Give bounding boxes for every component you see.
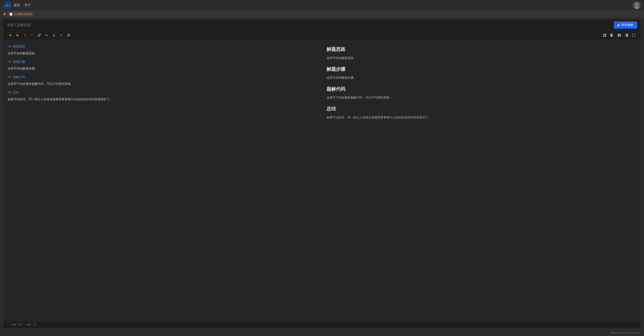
line-count: 行数：16 bbox=[26, 323, 36, 326]
editor-heading-2: ## 解题步骤 bbox=[8, 60, 316, 65]
toolbar: H B I “” 🔗 <> {} ≡ ≣ bbox=[4, 30, 640, 40]
toolbar-left: H B I “” 🔗 <> {} ≡ ≣ bbox=[7, 32, 601, 38]
publish-label: 发布题解 bbox=[621, 23, 633, 27]
preview-heading-2: 解题步骤 bbox=[326, 65, 635, 74]
toolbar-heading-btn[interactable]: H bbox=[7, 32, 14, 38]
svg-rect-9 bbox=[610, 34, 612, 37]
user-avatar[interactable] bbox=[633, 1, 640, 9]
toolbar-ordered-list-btn[interactable]: ≣ bbox=[65, 32, 72, 38]
toolbar-quote-btn[interactable]: “” bbox=[29, 32, 36, 38]
preview-para-4: 如果可以的话，写一段让人知道这道题需要掌握什么知识的总结内容就更好了。 bbox=[326, 115, 635, 120]
editor-wrapper: ▶ 发布题解 H B I “” 🔗 <> {} ≡ ≣ bbox=[4, 20, 640, 328]
publish-icon: ▶ bbox=[618, 23, 620, 27]
toolbar-bold-btn[interactable]: B bbox=[14, 32, 21, 38]
preview-para-3: 这里写下你的最终题解代码，可以不写测试用例。 bbox=[326, 95, 635, 100]
svg-rect-13 bbox=[625, 34, 626, 37]
nav-links: 题库 关于 bbox=[14, 3, 633, 7]
navbar: <T> 题库 关于 bbox=[0, 0, 644, 10]
editor-heading-3: ## 题解代码 bbox=[8, 75, 316, 80]
editor-para-3: 这里写下你的最终题解代码，可以不写测试用例。 bbox=[8, 82, 316, 87]
toolbar-view-left-btn[interactable] bbox=[608, 32, 615, 38]
svg-rect-11 bbox=[618, 34, 619, 37]
editor-para-1: 这里写你的解题思路。 bbox=[8, 51, 316, 56]
toolbar-code-block-btn[interactable]: {} bbox=[50, 32, 57, 38]
preview-para-2: 这里写你的解题步骤。 bbox=[326, 75, 635, 80]
editor-heading-4: ## 总结 bbox=[8, 90, 316, 95]
editor-para-4: 如果可以的话，写一段让人知道这道题需要掌握什么知识的总结内容就更好了。 bbox=[8, 97, 316, 102]
title-bar: ▶ 发布题解 bbox=[4, 20, 640, 30]
preview-heading-3: 题解代码 bbox=[326, 85, 635, 94]
svg-text:<T>: <T> bbox=[4, 4, 10, 8]
svg-rect-10 bbox=[612, 34, 614, 37]
tab-file-icon: 📄 bbox=[10, 12, 12, 16]
preview-para-1: 这里写你的解题思路。 bbox=[326, 55, 635, 61]
tab-indicator bbox=[4, 13, 6, 15]
word-count: 字数：85 bbox=[11, 323, 22, 326]
toolbar-unordered-list-btn[interactable]: ≡ bbox=[58, 32, 64, 38]
editor-para-2: 这里写你的解题步骤。 bbox=[8, 66, 316, 72]
toolbar-view-split-btn[interactable] bbox=[616, 32, 622, 38]
svg-rect-6 bbox=[605, 34, 606, 35]
svg-rect-8 bbox=[605, 36, 606, 37]
publish-button[interactable]: ▶ 发布题解 bbox=[614, 21, 637, 29]
toolbar-italic-btn[interactable]: I bbox=[22, 32, 28, 38]
svg-rect-14 bbox=[626, 34, 628, 37]
footer-text: 掘金技术社区 @ vortesnail bbox=[610, 331, 640, 334]
app-logo[interactable]: <T> bbox=[4, 1, 11, 9]
svg-point-3 bbox=[636, 3, 638, 6]
toolbar-link-btn[interactable]: 🔗 bbox=[36, 32, 43, 38]
tab-hello-world[interactable]: 📄 1. Hello World bbox=[7, 12, 33, 16]
nav-link-problems[interactable]: 题库 bbox=[14, 3, 20, 7]
preview-heading-4: 总结 bbox=[326, 104, 635, 113]
toolbar-right bbox=[601, 32, 637, 38]
toolbar-fullscreen-btn[interactable] bbox=[630, 32, 637, 38]
footer: 掘金技术社区 @ vortesnail bbox=[0, 330, 644, 336]
nav-link-about[interactable]: 关于 bbox=[24, 3, 31, 7]
svg-rect-12 bbox=[620, 34, 621, 37]
toolbar-view-table-btn[interactable] bbox=[601, 32, 608, 38]
status-bar: 字数：85 行数：16 bbox=[7, 321, 637, 328]
toolbar-code-inline-btn[interactable]: <> bbox=[43, 32, 50, 38]
title-input[interactable] bbox=[7, 23, 614, 27]
tab-bar: 📄 1. Hello World bbox=[0, 10, 644, 18]
preview-pane: 解题思路 这里写你的解题思路。 解题步骤 这里写你的解题步骤。 题解代码 这里写… bbox=[320, 40, 641, 321]
tab-label: 1. Hello World bbox=[14, 12, 31, 16]
toolbar-view-right-btn[interactable] bbox=[623, 32, 630, 38]
editor-heading-1: ## 解题思路 bbox=[8, 44, 316, 49]
markdown-editor[interactable]: ## 解题思路 这里写你的解题思路。 ## 解题步骤 这里写你的解题步骤。 ##… bbox=[4, 40, 320, 321]
preview-heading-1: 解题思路 bbox=[326, 45, 635, 54]
svg-rect-7 bbox=[603, 36, 604, 37]
editor-panels: ## 解题思路 这里写你的解题思路。 ## 解题步骤 这里写你的解题步骤。 ##… bbox=[4, 40, 640, 321]
svg-rect-5 bbox=[603, 34, 604, 35]
